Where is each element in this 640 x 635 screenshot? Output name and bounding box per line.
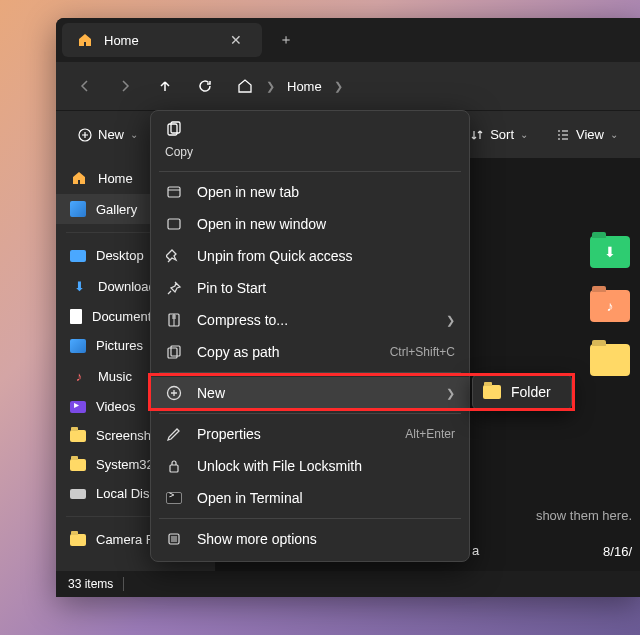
back-button[interactable] bbox=[66, 68, 104, 104]
new-window-icon bbox=[165, 216, 183, 232]
status-bar: 33 items bbox=[56, 571, 640, 597]
menu-label: Pin to Start bbox=[197, 280, 266, 296]
forward-button[interactable] bbox=[106, 68, 144, 104]
disk-icon bbox=[70, 489, 86, 499]
music-folder-tile[interactable]: ♪ bbox=[590, 290, 630, 322]
shortcut-text: Alt+Enter bbox=[405, 427, 455, 441]
document-icon bbox=[70, 309, 82, 324]
context-open-new-tab[interactable]: Open in new tab bbox=[151, 176, 469, 208]
new-button[interactable]: New ⌄ bbox=[68, 121, 148, 148]
svg-rect-9 bbox=[170, 465, 178, 472]
status-items-count: 33 items bbox=[68, 577, 113, 591]
folder-icon bbox=[70, 430, 86, 442]
copy-label: Copy bbox=[165, 145, 193, 159]
home-icon bbox=[70, 169, 88, 187]
more-icon bbox=[165, 531, 183, 547]
divider bbox=[123, 577, 124, 591]
menu-label: Open in new tab bbox=[197, 184, 299, 200]
context-copy-path[interactable]: Copy as path Ctrl+Shift+C bbox=[151, 336, 469, 368]
chevron-right-icon: ❯ bbox=[446, 387, 455, 400]
sidebar-label: System32 bbox=[96, 457, 154, 472]
terminal-icon bbox=[165, 492, 183, 504]
chevron-down-icon: ⌄ bbox=[130, 129, 138, 140]
up-button[interactable] bbox=[146, 68, 184, 104]
menu-label: Properties bbox=[197, 426, 261, 442]
sidebar-label: Pictures bbox=[96, 338, 143, 353]
menu-label: Show more options bbox=[197, 531, 317, 547]
download-icon: ⬇ bbox=[604, 244, 616, 260]
folder-icon bbox=[483, 385, 501, 399]
context-open-terminal[interactable]: Open in Terminal bbox=[151, 482, 469, 514]
sidebar-label: Documents bbox=[92, 309, 158, 324]
context-unpin-quick-access[interactable]: Unpin from Quick access bbox=[151, 240, 469, 272]
breadcrumb-location: Home bbox=[287, 79, 322, 94]
music-icon: ♪ bbox=[70, 367, 88, 385]
new-tab-button[interactable]: ＋ bbox=[272, 26, 300, 54]
tab-home[interactable]: Home ✕ bbox=[62, 23, 262, 57]
pictures-icon bbox=[70, 339, 86, 353]
sidebar-label: Home bbox=[98, 171, 133, 186]
chevron-right-icon: ❯ bbox=[446, 314, 455, 327]
menu-label: Unlock with File Locksmith bbox=[197, 458, 362, 474]
svg-rect-3 bbox=[168, 187, 180, 197]
context-pin-start[interactable]: Pin to Start bbox=[151, 272, 469, 304]
chevron-right-icon: ❯ bbox=[266, 80, 275, 93]
download-icon: ⬇ bbox=[70, 277, 88, 295]
view-button[interactable]: View ⌄ bbox=[546, 121, 628, 148]
divider bbox=[159, 518, 461, 519]
new-submenu-folder[interactable]: Folder bbox=[472, 374, 572, 410]
context-show-more-options[interactable]: Show more options bbox=[151, 523, 469, 555]
new-label: New bbox=[98, 127, 124, 142]
breadcrumb[interactable]: ❯ Home ❯ bbox=[236, 77, 630, 95]
music-icon: ♪ bbox=[607, 298, 614, 314]
downloads-folder-tile[interactable]: ⬇ bbox=[590, 236, 630, 268]
shortcut-text: Ctrl+Shift+C bbox=[390, 345, 455, 359]
pin-icon bbox=[165, 280, 183, 296]
sidebar-label: Videos bbox=[96, 399, 136, 414]
navigation-bar: ❯ Home ❯ bbox=[56, 62, 640, 110]
tab-close-button[interactable]: ✕ bbox=[222, 26, 250, 54]
menu-label: Unpin from Quick access bbox=[197, 248, 353, 264]
desktop-icon bbox=[70, 250, 86, 262]
sidebar-label: Music bbox=[98, 369, 132, 384]
view-label: View bbox=[576, 127, 604, 142]
address-value: a bbox=[472, 543, 479, 558]
menu-label: Compress to... bbox=[197, 312, 288, 328]
copy-path-icon bbox=[165, 344, 183, 360]
properties-icon bbox=[165, 426, 183, 442]
copy-icon bbox=[165, 121, 183, 143]
home-icon bbox=[76, 31, 94, 49]
submenu-label: Folder bbox=[511, 384, 551, 400]
sidebar-label: Desktop bbox=[96, 248, 144, 263]
context-unlock-locksmith[interactable]: Unlock with File Locksmith bbox=[151, 450, 469, 482]
compress-icon bbox=[165, 312, 183, 328]
context-copy-action[interactable]: Copy bbox=[151, 117, 469, 167]
menu-label: Open in new window bbox=[197, 216, 326, 232]
svg-rect-4 bbox=[168, 219, 180, 229]
divider bbox=[159, 413, 461, 414]
context-compress[interactable]: Compress to... ❯ bbox=[151, 304, 469, 336]
unpin-icon bbox=[165, 248, 183, 264]
gallery-icon bbox=[70, 201, 86, 217]
folder-icon bbox=[70, 459, 86, 471]
new-tab-icon bbox=[165, 184, 183, 200]
date-text: 8/16/ bbox=[603, 544, 632, 559]
context-new[interactable]: New ❯ bbox=[151, 377, 469, 409]
sort-label: Sort bbox=[490, 127, 514, 142]
folder-tile[interactable] bbox=[590, 344, 630, 376]
sort-button[interactable]: Sort ⌄ bbox=[460, 121, 538, 148]
sidebar-label: Gallery bbox=[96, 202, 137, 217]
video-icon bbox=[70, 401, 86, 413]
hint-text: show them here. bbox=[536, 508, 632, 523]
refresh-button[interactable] bbox=[186, 68, 224, 104]
context-properties[interactable]: Properties Alt+Enter bbox=[151, 418, 469, 450]
plus-circle-icon bbox=[165, 385, 183, 401]
tab-title: Home bbox=[104, 33, 139, 48]
desktop-wallpaper: Home ✕ ＋ ❯ bbox=[0, 0, 640, 635]
context-menu: Copy Open in new tab Open in new window … bbox=[150, 110, 470, 562]
menu-label: New bbox=[197, 385, 225, 401]
sidebar-label: Local Disk bbox=[96, 486, 156, 501]
context-open-new-window[interactable]: Open in new window bbox=[151, 208, 469, 240]
menu-label: Open in Terminal bbox=[197, 490, 303, 506]
chevron-down-icon: ⌄ bbox=[520, 129, 528, 140]
